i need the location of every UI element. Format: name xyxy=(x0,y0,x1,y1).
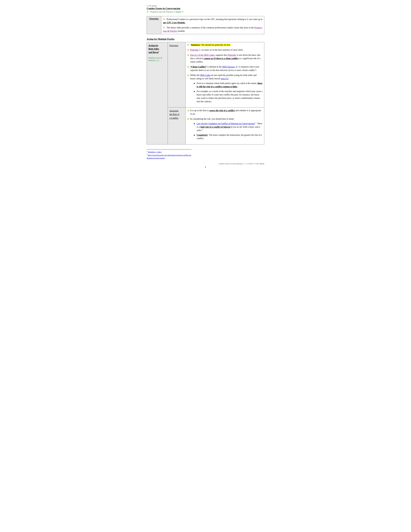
bullet-rb2-content: In considering the risk, you should bear… xyxy=(190,117,262,141)
col-right-top: ❖ Summary: We should not generally do th… xyxy=(186,42,264,107)
footer-text: Conduct Issues in Conveyancing | 1 | v 1… xyxy=(147,163,264,165)
arrow-sym-c: ➤ xyxy=(193,133,195,137)
overview-label: Overview xyxy=(147,16,161,34)
client-conflict-term: “Client Conflict” xyxy=(190,66,207,68)
subtitle-row: ❖ Property Law & Practice, Chapter 5 xyxy=(147,10,264,13)
bullet-b2-content: Para 6.2 of the SRA Codes: supports this… xyxy=(190,53,262,64)
bullet-assess-risk: ❖ It is up to the firm to assess the ris… xyxy=(187,109,262,116)
principle-link2[interactable]: Principle xyxy=(228,54,236,56)
acting-multiple-heading: Acting for Multiple Parties xyxy=(147,38,264,40)
diamond-icon-2: ❖ xyxy=(163,27,165,29)
acting-for-text: Acting forBoth Sellerand Buyer xyxy=(149,44,159,54)
complexity-text: Complexity xyxy=(197,134,208,136)
col-left-top: Acting forBoth Sellerand Buyer1 Property… xyxy=(147,42,168,144)
diamond-rb2: ❖ xyxy=(187,117,189,121)
bullet-b1-content: Principle 7: we must act in the best int… xyxy=(190,48,262,52)
copyright: © LPC Buddy xyxy=(147,5,264,7)
law-society-link[interactable]: Law Society Guidance on Conflict of Inte… xyxy=(197,122,254,125)
footnote-1: 1 Workshop 1, Task 1 xyxy=(147,150,192,153)
left-heading: Acting forBoth Sellerand Buyer1 xyxy=(149,44,166,54)
arrow-1: ➤ Even in a situation where both parties… xyxy=(193,82,262,88)
bullet-para62: ❖ Para 6.2 of the SRA Codes: supports th… xyxy=(187,53,262,64)
bullet-rb1-content: It is up to the firm to assess the risk … xyxy=(190,109,262,116)
diamond-b3: ❖ xyxy=(187,65,189,69)
bullet-b3-content: “Client Conflict” is defined in the SRA … xyxy=(190,65,262,72)
arrow-complexity-content: Complexity: The more complex the transac… xyxy=(197,133,262,140)
bullet-b4-content: Whilst the SRA Codes do not explicitly p… xyxy=(190,74,262,104)
diamond-icon: ❖ xyxy=(147,11,149,13)
subtitle-link[interactable]: Property Law & Practice, Chapter 5 xyxy=(150,11,184,13)
summary-text: Summary: We should not generally do this… xyxy=(191,44,231,46)
page-number: 9 xyxy=(147,166,264,169)
prop-law-link[interactable]: Property Law & Practice xyxy=(163,27,262,32)
footnote-ref-1: 1 xyxy=(159,51,159,52)
arrow-sym-2: ➤ xyxy=(193,90,195,93)
col-middle-assessing: Assessingthe Risk ofa Conflict xyxy=(168,107,186,144)
footer: Conduct Issues in Conveyancing | 1 | v 1… xyxy=(147,163,264,165)
overview-item-1: ❖ Professional Conduct is a pervasive to… xyxy=(163,18,262,24)
bullet-client-conflict: ❖ “Client Conflict” is defined in the SR… xyxy=(187,65,262,72)
diamond-summary: ❖ xyxy=(187,44,189,46)
bullet-principle7: ❖ Principle 7: we must act in the best i… xyxy=(187,48,262,52)
overview-table: Overview ❖ Professional Conduct is a per… xyxy=(147,16,264,34)
conflict-coming-text: there is still the risk of a conflict co… xyxy=(197,82,262,88)
diamond-b2: ❖ xyxy=(187,54,189,57)
fn2-link[interactable]: https://www.lawsociety.org.uk/en/topics/… xyxy=(147,154,191,159)
diamond-rb1: ❖ xyxy=(187,109,189,112)
arrow-1-content: Even in a situation where both parties a… xyxy=(197,82,262,88)
fn2-num: 2 xyxy=(147,154,148,155)
footnote-2: 2 https://www.lawsociety.org.uk/en/topic… xyxy=(147,153,192,160)
col-right-bottom: ❖ It is up to the firm to assess the ris… xyxy=(186,107,264,144)
summary-bar: ❖ Summary: We should not generally do th… xyxy=(187,44,262,46)
arrow-law-society: ➤ Law Society Guidance on Conflict of In… xyxy=(193,122,262,132)
fn1-link[interactable]: Workshop 1, Task 1 xyxy=(148,151,162,153)
diamond-icon-1: ❖ xyxy=(163,18,165,20)
col-middle-overview: Overview xyxy=(168,42,186,107)
assessing-label: Assessingthe Risk ofa Conflict xyxy=(169,110,179,119)
main-title: Conduct Issues in Conveyancing xyxy=(147,7,264,10)
diamond-b1: ❖ xyxy=(187,48,189,52)
principle7-link[interactable]: Principle 7 xyxy=(190,49,200,51)
bullet-considering-risk: ❖ In considering the risk, you should be… xyxy=(187,117,262,141)
arrow-ls-content: Law Society Guidance on Conflict of Inte… xyxy=(197,122,262,132)
arrow-2: ➤ For example, as a result of the search… xyxy=(193,90,262,103)
overview-mid-label: Overview xyxy=(169,44,178,47)
sra-codes-link[interactable]: SRA Codes xyxy=(200,74,211,76)
prop-law-left-link[interactable]: Property Law & Practice, 5.2 xyxy=(149,57,162,62)
para62-link2[interactable]: para 6.2 xyxy=(221,77,228,80)
footnote-ref-2: 2 xyxy=(254,122,255,124)
overview-content: ❖ Professional Conduct is a pervasive to… xyxy=(161,16,264,34)
cannot-act-text: cannot act if there is a client conflict xyxy=(204,57,239,60)
bullet-sra-codes: ❖ Whilst the SRA Codes do not explicitly… xyxy=(187,74,262,104)
arrow-sym-ls: ➤ xyxy=(193,122,195,125)
footnote-section: 1 Workshop 1, Task 1 2 https://www.lawso… xyxy=(147,149,192,160)
diamond-b4: ❖ xyxy=(187,74,189,77)
fn1-num: 1 xyxy=(147,150,148,152)
arrow-2-content: For example, as a result of the searches… xyxy=(197,90,262,103)
assess-text: assess the risk of a conflict xyxy=(209,109,235,112)
high-risk-text: high risk of a conflict of interest xyxy=(200,126,230,128)
arrow-complexity: ➤ Complexity: The more complex the trans… xyxy=(193,133,262,140)
arrow-sym-1: ➤ xyxy=(193,82,195,85)
para62-link[interactable]: Para 6.2 of the SRA Codes: xyxy=(190,54,215,56)
any-lpc-text: any LPC Core Module. xyxy=(163,21,185,24)
main-table: Acting forBoth Sellerand Buyer1 Property… xyxy=(147,42,264,144)
sra-glossary-link[interactable]: SRA Glossary xyxy=(222,66,235,68)
overview-item-2: ❖ The below table provides a summary of … xyxy=(163,26,262,33)
